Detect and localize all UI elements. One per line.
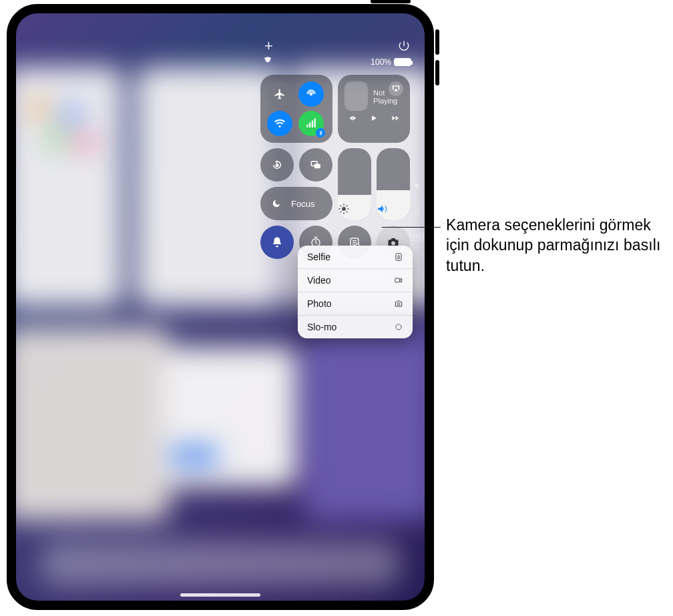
- slomo-icon: [394, 322, 403, 332]
- rotation-lock-button[interactable]: [260, 148, 294, 182]
- focus-label: Focus: [291, 199, 314, 209]
- screen-mirroring-icon: [310, 159, 322, 171]
- brightness-icon: [338, 203, 371, 215]
- selfie-icon: [394, 252, 403, 262]
- airplane-mode-button[interactable]: [267, 81, 292, 107]
- power-icon-svg: [398, 40, 410, 52]
- bell-icon: [271, 236, 283, 248]
- airdrop-icon: [305, 88, 317, 100]
- callout-line: [382, 227, 441, 228]
- control-center-header: +: [260, 39, 414, 53]
- moon-icon: [267, 194, 286, 213]
- menu-item-label: Photo: [307, 298, 332, 309]
- svg-rect-2: [314, 164, 320, 169]
- music-note-icon: ♫: [413, 206, 421, 216]
- context-menu-item-photo[interactable]: Photo: [298, 292, 413, 316]
- rotation-lock-icon: [271, 159, 283, 171]
- svg-line-9: [347, 212, 348, 213]
- airplane-icon: [274, 88, 286, 100]
- wifi-status-icon: [263, 55, 272, 61]
- previous-track-button[interactable]: [348, 113, 357, 123]
- screen: ♥ ♫ ((•)) + 100%: [16, 13, 425, 601]
- menu-item-label: Slo-mo: [307, 322, 336, 332]
- context-menu-item-video[interactable]: Video: [298, 269, 413, 292]
- hw-volume-down: [435, 60, 439, 85]
- svg-point-3: [342, 207, 346, 211]
- bluetooth-indicator-icon: [316, 128, 325, 137]
- context-menu-item-slomo[interactable]: Slo-mo: [298, 316, 413, 338]
- svg-point-16: [398, 256, 400, 258]
- ipad-frame: ♥ ♫ ((•)) + 100%: [7, 4, 434, 610]
- next-track-button[interactable]: [391, 113, 400, 123]
- brightness-slider[interactable]: [338, 148, 371, 220]
- play-button[interactable]: [369, 113, 379, 123]
- battery-icon: [394, 58, 411, 66]
- add-icon[interactable]: +: [264, 39, 273, 53]
- wifi-button[interactable]: [267, 111, 292, 136]
- svg-line-8: [341, 206, 342, 207]
- hw-power-button: [371, 0, 411, 3]
- media-playback-tile[interactable]: Not Playing: [338, 75, 410, 143]
- volume-icon: [377, 203, 410, 215]
- menu-item-label: Video: [307, 275, 331, 286]
- battery-status: 100%: [371, 57, 411, 67]
- volume-slider[interactable]: [377, 148, 410, 220]
- album-art-placeholder: [345, 81, 368, 111]
- battery-percent: 100%: [371, 57, 391, 67]
- cellular-icon: [305, 117, 317, 129]
- svg-line-10: [341, 212, 342, 213]
- photo-icon: [394, 299, 403, 308]
- media-controls: [345, 113, 403, 123]
- svg-point-19: [396, 324, 401, 330]
- hw-volume-up: [435, 29, 439, 55]
- svg-rect-15: [396, 254, 401, 261]
- video-icon: [394, 276, 403, 285]
- callout-text: Kamera seçeneklerini görmek için dokunup…: [446, 215, 666, 276]
- airdrop-button[interactable]: [298, 81, 324, 107]
- camera-context-menu: Selfie Video Photo Slo-mo: [298, 246, 413, 338]
- cellular-button[interactable]: [298, 111, 324, 136]
- connectivity-group[interactable]: [260, 75, 332, 143]
- power-icon[interactable]: [398, 40, 410, 52]
- svg-rect-17: [395, 278, 400, 282]
- svg-point-0: [310, 93, 313, 96]
- screen-mirroring-button[interactable]: [299, 148, 332, 182]
- menu-item-label: Selfie: [307, 252, 330, 262]
- svg-line-11: [347, 206, 348, 207]
- home-indicator[interactable]: [180, 593, 260, 597]
- heart-icon: ♥: [414, 180, 419, 191]
- wifi-icon: [274, 117, 286, 129]
- silent-mode-button[interactable]: [260, 226, 294, 259]
- svg-point-18: [397, 303, 400, 306]
- focus-button[interactable]: Focus: [260, 187, 332, 220]
- now-playing-label: Not Playing: [373, 89, 403, 105]
- context-menu-item-selfie[interactable]: Selfie: [298, 246, 413, 269]
